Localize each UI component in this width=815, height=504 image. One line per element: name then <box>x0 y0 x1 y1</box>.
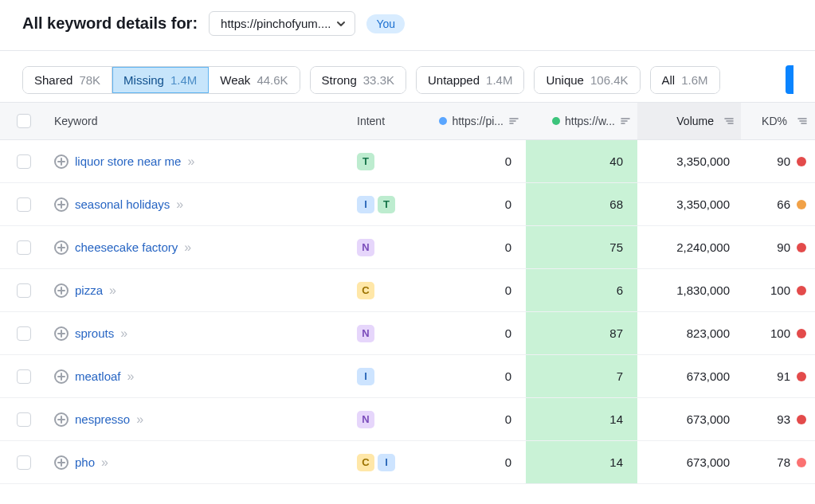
expand-icon[interactable] <box>54 240 69 255</box>
expand-icon[interactable] <box>54 197 69 212</box>
intent-badge-c: C <box>357 282 374 299</box>
keyword-link[interactable]: meatloaf <box>75 369 121 383</box>
keyword-gap-panel: All keyword details for: https://pinchof… <box>0 0 815 504</box>
filter-group: Untapped1.4M <box>416 66 524 94</box>
keyword-link[interactable]: liquor store near me <box>75 154 181 168</box>
row-checkbox[interactable] <box>17 197 31 212</box>
col-keyword[interactable]: Keyword <box>48 115 351 127</box>
expand-icon[interactable] <box>54 412 69 427</box>
export-button-edge[interactable] <box>786 65 793 94</box>
site2-value: 7 <box>526 355 637 397</box>
expand-icon[interactable] <box>54 326 69 341</box>
filter-count: 78K <box>79 73 100 87</box>
col-site1-label: https://pi... <box>452 115 503 127</box>
keyword-link[interactable]: pizza <box>75 283 103 297</box>
expand-icon[interactable] <box>54 154 69 169</box>
filter-tab-shared[interactable]: Shared78K <box>23 67 112 93</box>
table-row: pizza»C061,830,000100 <box>0 269 815 312</box>
chevron-right-icon: » <box>136 412 141 427</box>
page-title: All keyword details for: <box>22 14 198 33</box>
filter-label: Missing <box>123 73 164 87</box>
select-all-checkbox[interactable] <box>17 114 31 128</box>
row-checkbox[interactable] <box>17 326 31 341</box>
keyword-cell: pizza» <box>48 283 351 298</box>
intent-cell: N <box>351 239 414 256</box>
kd-dot-icon <box>797 415 806 424</box>
intent-badge-c: C <box>357 454 374 471</box>
filter-tab-unique[interactable]: Unique106.4K <box>535 67 639 93</box>
filter-tab-missing[interactable]: Missing1.4M <box>112 67 209 93</box>
keyword-cell: nespresso» <box>48 412 351 427</box>
filter-tab-weak[interactable]: Weak44.6K <box>209 67 299 93</box>
site-selector-value: https://pinchofyum.... <box>221 17 331 30</box>
col-volume[interactable]: Volume <box>637 103 741 139</box>
chevron-right-icon: » <box>176 197 181 212</box>
site1-value: 0 <box>414 240 526 254</box>
kd-value: 90 <box>777 154 790 168</box>
intent-cell: I <box>351 368 414 385</box>
chevron-right-icon: » <box>184 240 189 255</box>
kd-cell: 90 <box>741 154 814 168</box>
row-checkbox[interactable] <box>17 412 31 427</box>
filter-tab-all[interactable]: All1.6M <box>651 67 719 93</box>
expand-icon[interactable] <box>54 369 69 384</box>
kd-value: 91 <box>777 369 790 383</box>
sort-icon <box>620 115 631 127</box>
site1-value: 0 <box>414 326 526 340</box>
filter-label: Untapped <box>428 73 480 87</box>
filter-count: 44.6K <box>257 73 288 87</box>
keyword-link[interactable]: cheesecake factory <box>75 240 178 254</box>
kd-cell: 66 <box>741 197 814 211</box>
filter-count: 1.4M <box>486 73 512 87</box>
intent-badge-n: N <box>357 239 374 256</box>
col-site2[interactable]: https://w... <box>526 115 637 127</box>
filter-tab-strong[interactable]: Strong33.3K <box>311 67 406 93</box>
row-checkbox[interactable] <box>17 283 31 298</box>
expand-icon[interactable] <box>54 455 69 470</box>
select-all-cell <box>0 114 48 128</box>
keyword-link[interactable]: pho <box>75 455 95 469</box>
site2-value: 6 <box>526 269 637 311</box>
col-intent[interactable]: Intent <box>351 115 414 127</box>
row-checkbox[interactable] <box>17 240 31 255</box>
intent-badge-i: I <box>357 368 374 385</box>
volume-value: 823,000 <box>637 326 741 340</box>
table-header: Keyword Intent https://pi... https://w..… <box>0 102 815 140</box>
filter-count: 1.6M <box>681 73 707 87</box>
kd-dot-icon <box>797 372 806 381</box>
row-select-cell <box>0 283 48 298</box>
intent-badge-i: I <box>378 454 395 471</box>
table-row: seasonal holidays»IT0683,350,00066 <box>0 183 815 226</box>
expand-icon[interactable] <box>54 283 69 298</box>
site1-value: 0 <box>414 455 526 469</box>
intent-badge-n: N <box>357 411 374 428</box>
col-kd[interactable]: KD% <box>741 115 814 127</box>
col-kd-label: KD% <box>762 115 787 127</box>
chevron-right-icon: » <box>109 283 114 298</box>
site2-value: 14 <box>526 398 637 440</box>
volume-value: 673,000 <box>637 412 741 426</box>
row-checkbox[interactable] <box>17 154 31 169</box>
site1-value: 0 <box>414 283 526 297</box>
filter-tab-untapped[interactable]: Untapped1.4M <box>417 67 523 93</box>
row-checkbox[interactable] <box>17 369 31 384</box>
filter-label: All <box>662 73 676 87</box>
keyword-link[interactable]: seasonal holidays <box>75 197 170 211</box>
site1-value: 0 <box>414 154 526 168</box>
volume-value: 3,350,000 <box>637 154 741 168</box>
row-checkbox[interactable] <box>17 455 31 470</box>
keyword-link[interactable]: sprouts <box>75 326 114 340</box>
dot-icon <box>439 117 447 125</box>
filter-group: Strong33.3K <box>310 66 406 94</box>
table-row: meatloaf»I07673,00091 <box>0 355 815 398</box>
site-selector[interactable]: https://pinchofyum.... <box>209 11 355 36</box>
kd-value: 100 <box>770 326 790 340</box>
intent-cell: IT <box>351 196 414 213</box>
chevron-right-icon: » <box>127 369 132 384</box>
sort-icon <box>508 115 519 127</box>
row-select-cell <box>0 240 48 255</box>
filter-group: All1.6M <box>650 66 720 94</box>
volume-value: 673,000 <box>637 455 741 469</box>
col-site1[interactable]: https://pi... <box>414 115 526 127</box>
keyword-link[interactable]: nespresso <box>75 412 130 426</box>
